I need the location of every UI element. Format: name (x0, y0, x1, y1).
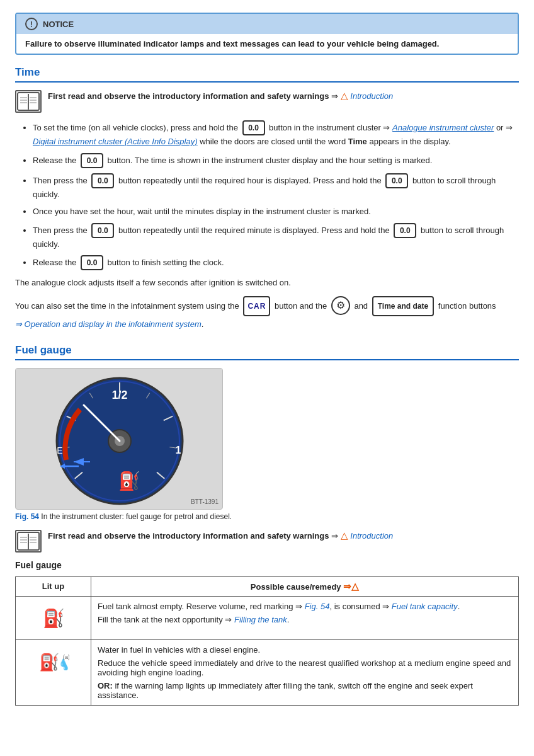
digital-cluster-link[interactable]: Digital instrument cluster (Active Info … (33, 137, 198, 146)
car-button: CAR (243, 296, 270, 316)
fuel-icon-cell-1: ⛽ (16, 596, 91, 639)
infotainment-suffix: function buttons (438, 301, 496, 311)
btn-00-3: 0.0 (91, 173, 114, 188)
svg-text:💧: 💧 (62, 663, 69, 671)
infotainment-row: You can also set the time in the infotai… (15, 296, 519, 333)
svg-rect-32 (18, 532, 39, 550)
fig-caption: Fig. 54 In the instrument cluster: fuel … (15, 512, 519, 521)
fuel-gauge-container: 1/2 1 E ⛽ BTT-1391 (15, 368, 519, 521)
fig54-link[interactable]: Fig. 54 (305, 602, 330, 611)
svg-rect-0 (18, 93, 39, 110)
time-warning-text: First read and observe the introductory … (48, 90, 393, 101)
svg-text:1: 1 (176, 445, 181, 455)
fuel-sub-heading: Fuel gauge (15, 560, 519, 570)
bullet-3: Then press the 0.0 button repeatedly unt… (33, 173, 519, 201)
bullet-4: Once you have set the hour, wait until t… (33, 205, 519, 218)
book-icon (15, 90, 42, 113)
fuel-gauge-image: 1/2 1 E ⛽ BTT-1391 (15, 368, 223, 510)
infotainment-text: You can also set the time in the infotai… (15, 301, 241, 311)
time-warning-label: First read and observe the introductory … (48, 91, 329, 101)
bullet-1: To set the time (on all vehicle clocks),… (33, 120, 519, 148)
btn-00-6: 0.0 (394, 223, 416, 238)
fuel-arrow-icon: ⇒ (331, 531, 338, 541)
fuel-section-title: Fuel gauge (15, 344, 519, 360)
analogue-clock-note: The analogue clock adjusts itself a few … (15, 277, 519, 290)
fig-caption-bold: Fig. 54 (15, 512, 39, 521)
fuel-water-icon: ⛽ 💧 💧 (a) (38, 650, 69, 677)
notice-header: ! NOTICE (16, 14, 518, 34)
notice-icon: ! (25, 18, 38, 30)
fuel-cause-cell-2: Water in fuel in vehicles with a diesel … (91, 639, 519, 705)
time-date-button: Time and date (372, 296, 434, 316)
fuel-icon-cell-2: ⛽ 💧 💧 (a) (16, 639, 91, 705)
fuel-warning-triangle: △ (341, 530, 348, 541)
bullet-6: Release the 0.0 button to finish setting… (33, 255, 519, 270)
table-row-1: ⛽ Fuel tank almost empty. Reserve volume… (16, 596, 519, 639)
gear-button: ⚙ (331, 296, 350, 315)
table-header-lit: Lit up (16, 576, 91, 596)
btn-00-4: 0.0 (385, 173, 408, 188)
warning-triangle-icon: △ (341, 90, 348, 101)
svg-text:⛽: ⛽ (39, 652, 60, 672)
fuel-warning-text: First read and observe the introductory … (48, 530, 393, 541)
fig-caption-rest: In the instrument cluster: fuel gauge fo… (41, 512, 232, 521)
fuel-table: Lit up Possible cause/remedy ⇒△ ⛽ Fuel t… (15, 576, 519, 706)
or-label: OR: (98, 681, 113, 690)
svg-text:E: E (57, 445, 62, 455)
fuel-warning-label: First read and observe the introductory … (48, 531, 329, 541)
table-header-triangle: ⇒△ (343, 581, 359, 592)
bullet-5: Then press the 0.0 button repeatedly unt… (33, 223, 519, 251)
notice-title: NOTICE (43, 20, 74, 29)
svg-text:1/2: 1/2 (111, 389, 127, 401)
notice-box: ! NOTICE Failure to observe illuminated … (15, 13, 519, 55)
fuel-book-icon (15, 530, 42, 553)
fuel-tank-capacity-link[interactable]: Fuel tank capacity (392, 602, 458, 611)
time-warning-link[interactable]: Introduction (350, 91, 393, 101)
time-section-title: Time (15, 66, 519, 83)
notice-body: Failure to observe illuminated indicator… (16, 34, 518, 54)
svg-text:⛽: ⛽ (42, 608, 64, 629)
filling-tank-link[interactable]: Filling the tank (234, 615, 287, 624)
fuel-warning-row: First read and observe the introductory … (15, 530, 519, 553)
svg-text:⛽: ⛽ (118, 471, 140, 491)
btn-00-2: 0.0 (81, 153, 103, 168)
fuel-cause-cell-1: Fuel tank almost empty. Reserve volume, … (91, 596, 519, 639)
btn-00-5: 0.0 (91, 223, 114, 238)
infotainment-link[interactable]: ⇒ Operation and display in the infotainm… (15, 319, 202, 329)
fuel-pump-icon: ⛽ (42, 607, 65, 629)
svg-text:(a): (a) (63, 654, 69, 660)
btn-00-1: 0.0 (242, 120, 265, 135)
table-header-cause: Possible cause/remedy ⇒△ (91, 576, 519, 596)
infotainment-and2: and (354, 301, 370, 311)
time-warning-row: First read and observe the introductory … (15, 90, 519, 113)
analogue-cluster-link[interactable]: Analogue instrument cluster (392, 123, 494, 132)
time-bullets: To set the time (on all vehicle clocks),… (15, 120, 519, 270)
arrow-icon: ⇒ (331, 91, 338, 101)
table-row-2: ⛽ 💧 💧 (a) Water in fuel in vehicles with… (16, 639, 519, 705)
infotainment-and: button and the (275, 301, 329, 311)
svg-text:BTT-1391: BTT-1391 (191, 498, 219, 505)
btn-00-7: 0.0 (81, 255, 103, 270)
fuel-warning-link[interactable]: Introduction (350, 531, 393, 541)
bullet-2: Release the 0.0 button. The time is show… (33, 153, 519, 168)
